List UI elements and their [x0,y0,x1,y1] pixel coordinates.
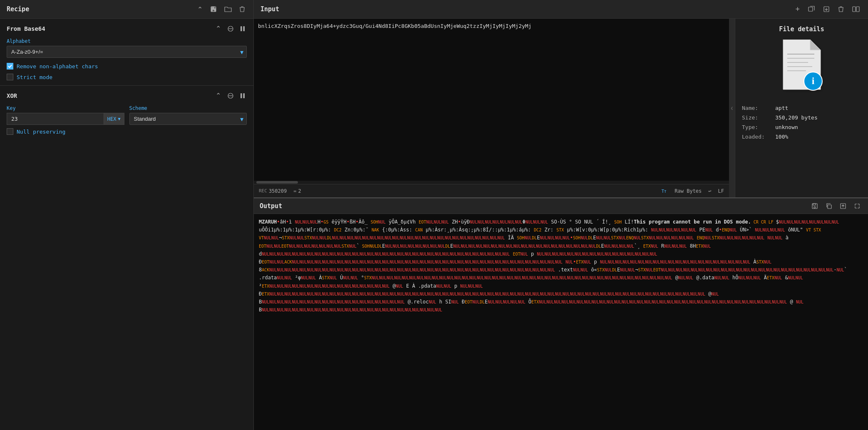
lines-icon: = [293,188,296,194]
svg-rect-13 [241,93,242,98]
svg-text:i: i [811,75,814,86]
xor-scheme-group: Scheme Standard ▼ [129,105,247,125]
xor-fields: Key HEX ▼ Scheme S [7,105,247,125]
input-text-content[interactable]: bnlicXZrqsZros8DIyMja64+ydzc3Guq/Gui4Nd8… [254,19,729,181]
output-save-button[interactable] [810,202,820,210]
recipe-header: Recipe ⌃ [0,0,254,19]
svg-rect-14 [243,93,245,98]
file-loaded-label: Loaded: [742,134,775,140]
file-icon-wrapper: i [779,40,825,95]
output-upload-button[interactable] [838,202,848,210]
svg-point-1 [213,10,214,12]
xor-key-input[interactable] [7,113,104,124]
svg-rect-3 [808,7,813,11]
recipe-panel: From Base64 ⌃ [0,19,254,430]
rec-count: REC 350209 [259,188,287,194]
file-type-row: Type: unknown [742,122,861,132]
rec-value: 350209 [269,188,287,194]
xor-title: XOR [7,92,17,99]
svg-rect-6 [856,7,859,12]
svg-rect-27 [828,205,831,209]
xor-key-label: Key [7,105,124,111]
input-header-icons: + [794,4,861,15]
input-scrollbar-area [254,181,729,184]
output-icons [810,202,862,210]
trash-icon[interactable] [238,5,247,13]
xor-hex-badge[interactable]: HEX ▼ [104,113,124,124]
add-input-button[interactable]: + [794,4,801,15]
output-section: Output [254,198,868,430]
svg-point-26 [814,206,816,208]
file-details-title: File details [779,25,824,33]
null-preserving-row: Null preserving [7,128,247,135]
from-base64-disable-button[interactable] [226,25,235,32]
recipe-header-icons: ⌃ [196,5,247,14]
xor-chevron-up[interactable]: ⌃ [214,91,223,100]
input-title: Input [260,5,279,13]
from-base64-title: From Base64 [7,25,45,32]
file-loaded-value: 100% [775,134,788,140]
from-base64-pause-button[interactable] [238,25,247,32]
rec-label: REC [259,188,267,194]
panel-collapse-handle[interactable]: ❮ [729,19,735,197]
input-split-button[interactable] [851,5,861,13]
strict-mode-row: Strict mode [7,74,247,80]
svg-rect-10 [243,26,245,31]
remove-chars-checkbox[interactable] [7,63,13,70]
input-import-button[interactable] [821,5,831,13]
output-text-content[interactable]: MZARUH•âH•ì NULNULNULH•GS êÿÿŸH•ßH•Âô_ S… [254,214,868,430]
lf-arrow-icon: ↩ [708,188,711,194]
output-header: Output [254,198,868,214]
alphabet-select-wrapper: A-Za-z0-9+/= ▼ [7,46,247,58]
xor-section: XOR ⌃ [0,86,253,140]
file-name-label: Name: [742,105,775,111]
xor-pause-button[interactable] [238,92,247,99]
file-info-table: Name: aptt Size: 350,209 bytes Type: unk… [742,103,861,142]
strict-mode-checkbox[interactable] [7,74,13,80]
input-scrollbar-thumb[interactable] [256,181,298,184]
save-recipe-button[interactable] [208,5,218,13]
file-size-value: 350,209 bytes [775,114,818,121]
xor-scheme-label: Scheme [129,105,247,111]
lines-count: = 2 [293,188,301,194]
remove-chars-label: Remove non-alphabet chars [17,63,98,70]
lf-label: LF [718,188,724,194]
file-name-row: Name: aptt [742,103,861,113]
remove-chars-row: Remove non-alphabet chars [7,63,247,70]
raw-bytes-label: Raw Bytes [675,188,702,194]
tt-icon[interactable]: Tт [660,188,668,194]
null-preserving-label: Null preserving [17,129,65,135]
alphabet-select[interactable]: A-Za-z0-9+/= [7,46,247,58]
lines-value: 2 [298,188,301,194]
input-header: Input + [254,0,868,19]
chevron-up-icon[interactable]: ⌃ [196,5,204,14]
input-new-window-button[interactable] [806,5,816,13]
xor-key-input-wrapper: HEX ▼ [7,113,124,125]
file-details-panel: File details [735,19,868,197]
file-size-row: Size: 350,209 bytes [742,113,861,122]
svg-rect-5 [853,7,856,12]
xor-disable-button[interactable] [226,92,235,99]
file-type-value: unknown [775,124,798,130]
xor-key-group: Key HEX ▼ [7,105,124,125]
output-expand-button[interactable] [852,202,862,210]
input-delete-button[interactable] [836,5,846,13]
alphabet-row: Alphabet A-Za-z0-9+/= ▼ [7,38,247,58]
null-preserving-checkbox[interactable] [7,128,13,135]
xor-scheme-wrapper: Standard ▼ [129,113,247,125]
from-base64-chevron-up[interactable]: ⌃ [214,24,223,33]
status-bar: REC 350209 = 2 Tт Raw Bytes ↩ [254,184,729,197]
svg-marker-16 [810,40,821,50]
svg-rect-25 [813,204,816,205]
xor-scheme-select[interactable]: Standard [129,113,247,125]
from-base64-section: From Base64 ⌃ [0,19,253,86]
alphabet-label: Alphabet [7,38,247,44]
output-title: Output [260,202,282,210]
file-icon-svg: i [779,40,825,94]
folder-icon[interactable] [223,5,233,13]
file-loaded-row: Loaded: 100% [742,132,861,142]
file-name-value: aptt [775,105,788,111]
svg-rect-9 [241,26,242,31]
right-col: bnlicXZrqsZros8DIyMja64+ydzc3Guq/Gui4Nd8… [254,19,868,430]
output-copy-button[interactable] [824,202,834,210]
